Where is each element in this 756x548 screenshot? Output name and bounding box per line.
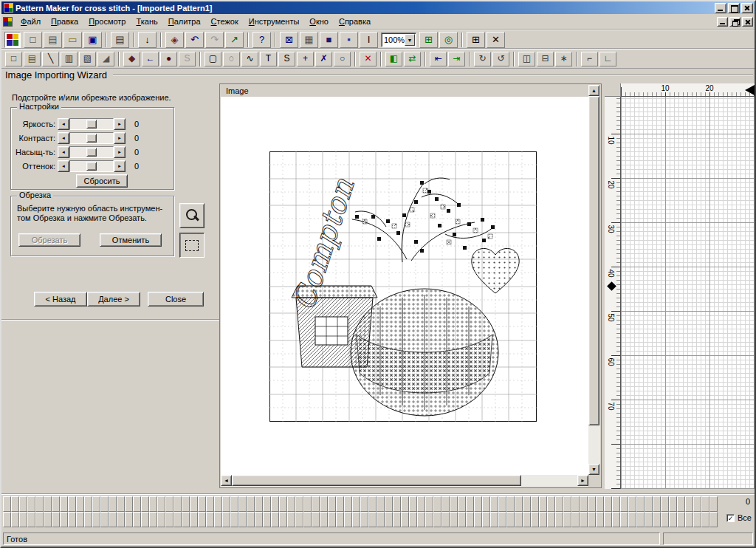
all-checkbox[interactable]: ✓ (726, 514, 735, 522)
slider-track[interactable] (69, 160, 114, 172)
palette-cell[interactable] (44, 512, 52, 527)
palette-cell[interactable] (539, 512, 547, 527)
scroll-down-icon[interactable]: ▼ (588, 464, 599, 475)
undo-button[interactable]: ↶ (185, 32, 204, 48)
palette-cell[interactable] (27, 512, 35, 527)
palette-cell[interactable] (125, 512, 133, 527)
palette-cell[interactable] (255, 496, 263, 512)
new-pattern-button[interactable]: □ (24, 32, 42, 48)
palette-cell[interactable] (425, 496, 433, 512)
palette-cell[interactable] (35, 496, 44, 512)
goto-marker-button[interactable]: ⇤ (430, 52, 447, 66)
palette-cell[interactable] (628, 496, 636, 512)
palette-cell[interactable] (506, 496, 515, 512)
palette-cell[interactable] (133, 496, 141, 512)
slider-thumb[interactable] (86, 162, 97, 171)
palette-cell[interactable] (100, 496, 109, 512)
palette-cell[interactable] (636, 512, 645, 527)
view-color-blocks-button[interactable]: ▪ (340, 32, 358, 48)
palette-cell[interactable] (385, 496, 393, 512)
menu-Ткань[interactable]: Ткань (131, 16, 162, 28)
palette-cell[interactable] (11, 512, 19, 527)
palette-cell[interactable] (328, 496, 336, 512)
show-grid-button[interactable]: ⊞ (467, 32, 485, 48)
palette-cell[interactable] (571, 512, 580, 527)
palette-cell[interactable] (620, 496, 628, 512)
view-solid-button[interactable]: ■ (320, 32, 338, 48)
import-export-button[interactable]: ↓ (138, 32, 157, 48)
next-button[interactable]: Далее > (87, 292, 140, 306)
new-small-button[interactable]: □ (5, 52, 22, 66)
palette-cell[interactable] (563, 496, 571, 512)
menu-Окно[interactable]: Окно (304, 16, 334, 28)
palette-cell[interactable] (393, 512, 401, 527)
fabric-grid[interactable] (621, 97, 755, 489)
palette-cell[interactable] (165, 512, 173, 527)
zoom-area-button[interactable]: ◎ (439, 32, 458, 48)
palette-cell[interactable] (3, 496, 11, 512)
palette-cell[interactable] (482, 512, 490, 527)
text-tool-button[interactable]: T (260, 52, 277, 66)
menu-Стежок[interactable]: Стежок (206, 16, 244, 28)
palette-cell[interactable] (377, 512, 385, 527)
palette-cell[interactable] (490, 496, 498, 512)
palette-cell[interactable] (287, 496, 295, 512)
palette-cell[interactable] (482, 496, 490, 512)
palette-cell[interactable] (182, 512, 190, 527)
select-freehand-button[interactable]: ∿ (241, 52, 258, 66)
slider-thumb[interactable] (86, 134, 97, 143)
palette-cell[interactable] (263, 512, 271, 527)
palette-cell[interactable] (125, 496, 133, 512)
zoom-small-button[interactable]: ○ (334, 52, 351, 66)
palette-cell[interactable] (515, 496, 523, 512)
paste-picture-button[interactable]: ▤ (44, 32, 62, 48)
palette-cell[interactable] (450, 496, 458, 512)
save-button[interactable]: ▣ (83, 32, 102, 48)
scroll-up-icon[interactable]: ▲ (588, 85, 599, 96)
palette-cell[interactable] (360, 512, 368, 527)
preview-vertical-scrollbar[interactable]: ▲ ▼ (588, 85, 600, 475)
menu-Палитра[interactable]: Палитра (163, 16, 206, 28)
palette-cell[interactable] (693, 512, 701, 527)
slider-increase-button[interactable]: ► (114, 118, 126, 130)
palette-cell[interactable] (669, 512, 677, 527)
symbol-tool-button[interactable]: S (278, 52, 295, 66)
palette-cell[interactable] (377, 496, 385, 512)
preview-client-area[interactable]: Compton (221, 97, 588, 475)
palette-cell[interactable] (474, 496, 482, 512)
zoom-to-fit-button[interactable]: ⊞ (419, 32, 438, 48)
palette-cell[interactable] (709, 496, 718, 512)
palette-cell[interactable] (182, 496, 190, 512)
palette-cell[interactable] (531, 512, 539, 527)
palette-cell[interactable] (571, 496, 580, 512)
close-wizard-button[interactable]: Close (148, 292, 204, 306)
palette-cell[interactable] (344, 512, 352, 527)
palette-cell[interactable] (52, 512, 60, 527)
document-icon[interactable] (3, 17, 13, 27)
palette-cell[interactable] (320, 496, 328, 512)
scroll-left-icon[interactable]: ◄ (221, 475, 232, 486)
redo-button[interactable]: ↷ (205, 32, 224, 48)
palette-cell[interactable] (523, 512, 531, 527)
frame-corner-button[interactable]: ∟ (599, 52, 616, 66)
mdi-restore-button[interactable] (729, 17, 740, 27)
slider-track[interactable] (69, 132, 114, 144)
palette-cell[interactable] (531, 496, 539, 512)
crop-tool-button[interactable] (179, 233, 205, 258)
palette-cell[interactable] (328, 512, 336, 527)
undo-small-button[interactable]: ← (142, 52, 159, 66)
palette-cell[interactable] (417, 496, 425, 512)
palette-cell[interactable] (588, 512, 596, 527)
crop-cancel-button[interactable]: Отменить (100, 233, 162, 247)
palette-cell[interactable] (190, 512, 198, 527)
palette-cell[interactable] (701, 496, 709, 512)
view-information-button[interactable]: I (360, 32, 378, 48)
palette-cell[interactable] (539, 496, 547, 512)
palette-cell[interactable] (263, 496, 271, 512)
palette-cell[interactable] (506, 512, 515, 527)
view-full-stitches-button[interactable]: ⊠ (280, 32, 298, 48)
palette-cell[interactable] (3, 512, 11, 527)
zoom-select[interactable]: 100%▼ (381, 32, 416, 47)
palette-cell[interactable] (653, 512, 661, 527)
import-small-button[interactable]: ▤ (24, 52, 41, 66)
